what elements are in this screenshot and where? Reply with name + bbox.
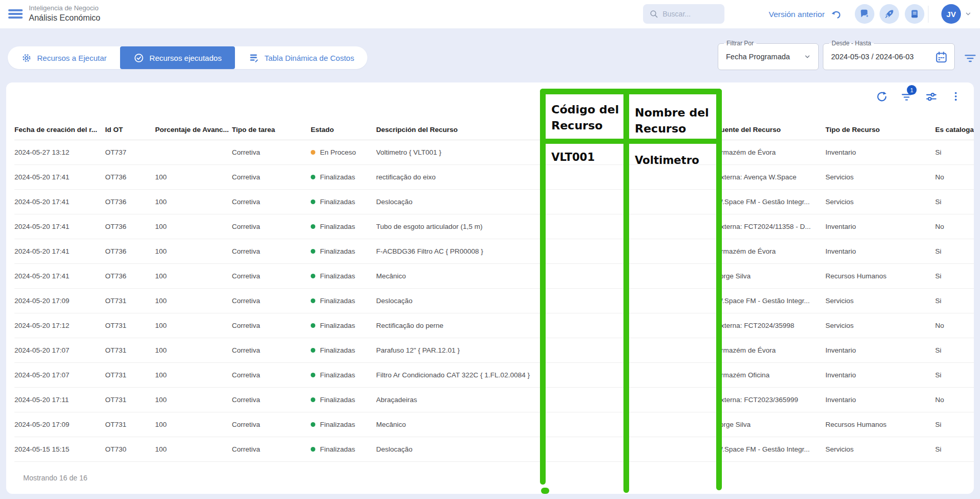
tab-recursos-ejecutados[interactable]: Recursos ejecutados	[120, 46, 235, 69]
table-row[interactable]: 2024-05-20 17:07 OT731 100 Corretiva Fin…	[14, 363, 974, 388]
cell-fecha-creacion: 2024-05-20 17:11	[14, 396, 105, 404]
cell-descripcion: Mecânico	[376, 272, 543, 280]
calendar-icon[interactable]	[935, 51, 948, 64]
status-dot-icon	[311, 150, 315, 155]
cell-es-catalogado: No	[927, 223, 974, 230]
cell-porcentaje: 100	[155, 198, 232, 206]
cell-tipo-tarea: Corretiva	[232, 421, 311, 428]
cell-es-catalogado: Si	[927, 445, 974, 453]
table-row[interactable]: 2024-05-15 15:15 OT730 100 Corretiva Fin…	[14, 437, 974, 462]
status-dot-icon	[311, 249, 315, 254]
column-header-descripcion[interactable]: Descripción del Recurso	[376, 119, 543, 140]
status-dot-icon	[311, 422, 315, 427]
toolbar-divider	[928, 6, 928, 23]
cell-fecha-creacion: 2024-05-20 17:12	[14, 322, 105, 329]
docs-icon[interactable]	[905, 4, 924, 24]
avatar[interactable]: JV	[941, 4, 961, 24]
cell-id-ot: OT731	[105, 371, 155, 379]
assistant-chat-icon[interactable]	[855, 4, 874, 24]
tab-recursos-a-ejecutar[interactable]: Recursos a Ejecutar	[8, 46, 120, 69]
cell-tipo-recurso: Inventario	[825, 223, 927, 230]
cell-porcentaje: 100	[155, 371, 232, 379]
previous-version-link[interactable]: Versión anterior	[769, 8, 842, 21]
status-dot-icon	[311, 373, 315, 377]
search-box[interactable]	[643, 4, 724, 24]
status-dot-icon	[311, 224, 315, 229]
cell-tipo-recurso: Inventario	[825, 247, 927, 255]
column-header-fecha[interactable]: Fecha de creación del r...	[14, 119, 105, 140]
view-tabs: Recursos a Ejecutar Recursos ejecutados …	[8, 46, 367, 69]
table-row[interactable]: 2024-05-20 17:41 OT736 100 Corretiva Fin…	[14, 214, 974, 239]
tab-tabla-dinamica-costos[interactable]: Tabla Dinámica de Costos	[235, 46, 367, 69]
filter-by-select[interactable]: Filtrar Por Fecha Programada	[718, 43, 819, 70]
rocket-icon[interactable]	[880, 4, 899, 24]
cell-tipo-tarea: Corretiva	[232, 371, 311, 379]
cell-id-ot: OT731	[105, 322, 155, 329]
cell-es-catalogado: Si	[927, 198, 974, 206]
column-header-fuente[interactable]: Fuente del Recurso	[716, 119, 825, 140]
cell-fuente: Externa: Avença W.Space	[716, 173, 825, 181]
column-header-es-catalogado[interactable]: Es cataloga	[927, 119, 974, 140]
filter-by-label: Filtrar Por	[724, 40, 756, 47]
cell-id-ot: OT736	[105, 272, 155, 280]
column-header-tipo-tarea[interactable]: Tipo de tarea	[232, 119, 311, 140]
table-row[interactable]: 2024-05-20 17:41 OT736 100 Corretiva Fin…	[14, 264, 974, 289]
cell-fecha-creacion: 2024-05-20 17:41	[14, 223, 105, 230]
date-range-field[interactable]: Desde - Hasta 2024-05-03 / 2024-06-03	[823, 43, 955, 70]
cell-tipo-recurso: Inventario	[825, 148, 927, 156]
cell-es-catalogado: Si	[927, 346, 974, 354]
table-footer: Mostrando 16 de 16	[14, 462, 88, 494]
date-range-label: Desde - Hasta	[829, 40, 874, 47]
cell-es-catalogado: No	[927, 396, 974, 404]
table-filter-icon[interactable]: 1	[900, 90, 913, 103]
column-header-estado[interactable]: Estado	[311, 119, 376, 140]
cell-id-ot: OT731	[105, 297, 155, 305]
cell-es-catalogado: Si	[927, 247, 974, 255]
table-row[interactable]: 2024-05-27 13:12 OT737 Corretiva En Proc…	[14, 140, 974, 165]
filter-funnel-icon[interactable]	[963, 51, 977, 65]
cell-tipo-tarea: Corretiva	[232, 173, 311, 181]
table-row[interactable]: 2024-05-20 17:11 OT731 100 Corretiva Fin…	[14, 388, 974, 412]
column-header-codigo[interactable]	[543, 119, 625, 140]
more-options-icon[interactable]	[949, 90, 962, 103]
cell-tipo-tarea: Corretiva	[232, 396, 311, 404]
table-row[interactable]: 2024-05-20 17:09 OT731 100 Corretiva Fin…	[14, 412, 974, 437]
table-row[interactable]: 2024-05-20 17:41 OT736 100 Corretiva Fin…	[14, 239, 974, 264]
cell-porcentaje: 100	[155, 247, 232, 255]
cell-es-catalogado: Si	[927, 148, 974, 156]
cell-fuente: Armazém de Évora	[716, 148, 825, 156]
refresh-icon[interactable]	[875, 90, 888, 103]
search-input[interactable]	[663, 10, 719, 18]
cell-porcentaje: 100	[155, 272, 232, 280]
cell-estado: Finalizadas	[311, 297, 376, 305]
status-dot-icon	[311, 199, 315, 204]
menu-icon[interactable]	[8, 8, 23, 20]
table-row[interactable]: 2024-05-20 17:12 OT731 100 Corretiva Fin…	[14, 313, 974, 338]
table-row[interactable]: 2024-05-20 17:41 OT736 100 Corretiva Fin…	[14, 190, 974, 214]
cell-estado: Finalizadas	[311, 198, 376, 206]
pivot-table-icon	[248, 53, 259, 63]
cell-fecha-creacion: 2024-05-20 17:09	[14, 421, 105, 428]
status-dot-icon	[311, 175, 315, 179]
cell-descripcion: rectificação do eixo	[376, 173, 543, 181]
chevron-down-icon[interactable]	[965, 10, 972, 18]
table-row[interactable]: 2024-05-20 17:41 OT736 100 Corretiva Fin…	[14, 165, 974, 190]
column-header-tipo-recurso[interactable]: Tipo de Recurso	[825, 119, 927, 140]
cell-fuente: Jorge Silva	[716, 272, 825, 280]
cell-es-catalogado: Si	[927, 371, 974, 379]
table-toolbar: 1	[875, 90, 962, 103]
cell-id-ot: OT737	[105, 148, 155, 156]
table-row[interactable]: 2024-05-20 17:07 OT731 100 Corretiva Fin…	[14, 338, 974, 363]
column-header-nombre[interactable]	[625, 119, 716, 140]
status-dot-icon	[311, 397, 315, 402]
column-header-porcentaje[interactable]: Porcentaje de Avanc...	[155, 119, 232, 140]
table-row[interactable]: 2024-05-20 17:09 OT731 100 Corretiva Fin…	[14, 289, 974, 313]
cell-descripcion: Deslocação	[376, 445, 543, 453]
column-header-id-ot[interactable]: Id OT	[105, 119, 155, 140]
cell-fecha-creacion: 2024-05-20 17:09	[14, 297, 105, 305]
undo-icon[interactable]	[830, 8, 842, 21]
cell-fuente: W.Space FM - Gestão Integr...	[716, 445, 825, 453]
column-settings-icon[interactable]	[924, 90, 938, 103]
cell-fecha-creacion: 2024-05-20 17:07	[14, 346, 105, 354]
cell-descripcion: Parafuso 12" { PAR.12.01 }	[376, 346, 543, 354]
